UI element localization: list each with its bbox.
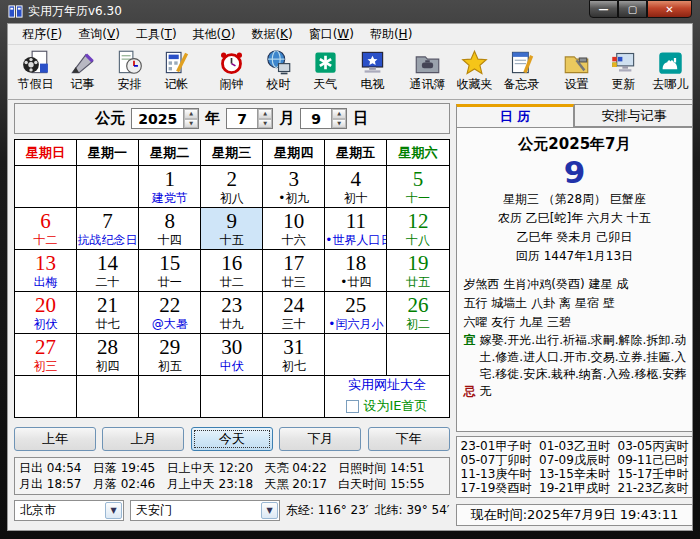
nav-button-上月[interactable]: 上月 [102, 427, 184, 451]
year-up-button[interactable]: ▲ [184, 109, 198, 119]
calendar-day-cell[interactable] [325, 334, 387, 376]
year-suffix-label: 年 [205, 109, 220, 128]
month-down-button[interactable]: ▼ [258, 119, 272, 129]
title-bar[interactable]: 实用万年历v6.30 — ▢ ✕ [0, 0, 700, 23]
calendar-day-cell[interactable]: 6十二 [15, 208, 77, 250]
calendar-day-cell[interactable]: 9十五 [201, 208, 263, 250]
day-spinner[interactable]: 9 ▲▼ [300, 108, 347, 129]
year-down-button[interactable]: ▼ [184, 119, 198, 129]
city-select[interactable]: 北京市 ▼ [14, 500, 124, 521]
menu-item[interactable]: 数据(K) [243, 24, 300, 45]
tab-calendar[interactable]: 日 历 [456, 104, 575, 127]
calendar-day-cell[interactable] [15, 166, 77, 208]
toolbar-button-label: 校时 [267, 76, 291, 92]
calendar-day-cell[interactable]: 17廿三 [263, 250, 325, 292]
menu-item[interactable]: 查询(V) [70, 24, 128, 45]
weekday-header: 星期一 [77, 140, 139, 166]
calendar-day-cell[interactable]: 23廿九 [201, 292, 263, 334]
calendar-day-cell[interactable]: 2初八 [201, 166, 263, 208]
calendar-day-cell[interactable]: 19廿五 [387, 250, 449, 292]
calendar-day-cell[interactable]: 4初十 [325, 166, 387, 208]
month-value[interactable]: 7 [227, 109, 257, 128]
toolbar-button-weather[interactable]: 天气 [302, 47, 349, 97]
chevron-down-icon[interactable]: ▼ [105, 502, 122, 519]
toolbar-button-notes[interactable]: 记事 [59, 47, 106, 97]
toolbar-button-time-sync[interactable]: 校时 [255, 47, 302, 97]
menu-bar: 程序(F)查询(V)工具(T)其他(O)数据(K)窗口(W)帮助(H) [8, 24, 692, 45]
calendar-day-cell[interactable]: 18•廿四 [325, 250, 387, 292]
menu-item[interactable]: 其他(O) [185, 24, 244, 45]
toolbar-button-accounting[interactable]: 记帐 [153, 47, 200, 97]
toolbar-button-travel[interactable]: 去哪儿 [647, 47, 694, 97]
calendar-day-cell[interactable]: 8十四 [139, 208, 201, 250]
calendar-day-cell[interactable]: 31初七 [263, 334, 325, 376]
toolbar-button-favorites[interactable]: 收藏夹 [451, 47, 498, 97]
maximize-button[interactable]: ▢ [618, 0, 647, 18]
day-down-button[interactable]: ▼ [332, 119, 346, 129]
toolbar-button-memo[interactable]: 备忘录 [498, 47, 545, 97]
calendar-day-cell[interactable]: 15廿一 [139, 250, 201, 292]
toolbar-button-contacts[interactable]: 通讯簿 [404, 47, 451, 97]
set-ie-homepage[interactable]: 设为IE首页 [346, 397, 427, 415]
month-spinner[interactable]: 7 ▲▼ [226, 108, 273, 129]
day-number: 3 [263, 168, 324, 191]
calendar-day-cell[interactable]: 7抗战纪念日 [77, 208, 139, 250]
current-time-box: 现在时间:2025年7月9日 19:43:11 [456, 504, 694, 526]
day-up-button[interactable]: ▲ [332, 109, 346, 119]
calendar-day-cell[interactable]: 20初伏 [15, 292, 77, 334]
toolbar-button-tv[interactable]: 电视 [349, 47, 396, 97]
avoid-label: 忌 [464, 383, 480, 400]
close-button[interactable]: ✕ [647, 0, 692, 18]
menu-item[interactable]: 帮助(H) [362, 24, 420, 45]
toolbar-button-label: 记事 [71, 76, 95, 92]
nav-button-今天[interactable]: 今天 [191, 427, 273, 451]
calendar-day-cell[interactable]: 24三十 [263, 292, 325, 334]
calendar-day-cell[interactable]: 3•初九 [263, 166, 325, 208]
calendar-day-cell[interactable]: 13出梅 [15, 250, 77, 292]
nav-button-上年[interactable]: 上年 [14, 427, 96, 451]
calendar-day-cell[interactable]: 28初四 [77, 334, 139, 376]
chevron-down-icon[interactable]: ▼ [261, 502, 278, 519]
calendar-day-cell[interactable] [387, 334, 449, 376]
calendar-day-cell[interactable] [77, 166, 139, 208]
place-select[interactable]: 天安门 ▼ [130, 500, 280, 521]
month-up-button[interactable]: ▲ [258, 109, 272, 119]
toolbar-button-schedule[interactable]: 安排 [106, 47, 153, 97]
calendar-day-cell[interactable]: 5十一 [387, 166, 449, 208]
toolbar-button-holiday[interactable]: 节假日 [12, 47, 59, 97]
calendar-day-cell[interactable]: 26初二 [387, 292, 449, 334]
detail-line: 回历 1447年1月13日 [457, 247, 693, 266]
minimize-button[interactable]: — [589, 0, 618, 18]
calendar-day-cell[interactable]: 1建党节 [139, 166, 201, 208]
calendar-day-cell[interactable]: 11•世界人口日 [325, 208, 387, 250]
useful-websites-link[interactable]: 实用网址大全 [325, 376, 448, 394]
calendar-day-cell[interactable]: 25•闰六月小 [325, 292, 387, 334]
nav-button-下月[interactable]: 下月 [279, 427, 361, 451]
weather-icon [312, 49, 339, 76]
calendar-day-cell[interactable]: 30中伏 [201, 334, 263, 376]
toolbar-button-settings[interactable]: 设置 [553, 47, 600, 97]
day-subtext: 出梅 [15, 275, 76, 290]
calendar-day-cell[interactable]: 16廿二 [201, 250, 263, 292]
calendar-day-cell[interactable]: 12十八 [387, 208, 449, 250]
toolbar-button-alarm[interactable]: 闹钟 [208, 47, 255, 97]
menu-item[interactable]: 工具(T) [128, 24, 185, 45]
calendar-day-cell[interactable]: 27初三 [15, 334, 77, 376]
year-value[interactable]: 2025 [132, 109, 183, 128]
day-number: 21 [77, 294, 138, 317]
year-spinner[interactable]: 2025 ▲▼ [131, 108, 199, 129]
day-subtext: 初五 [139, 359, 200, 374]
calendar-day-cell[interactable]: 22@大暑 [139, 292, 201, 334]
calendar-day-cell[interactable]: 10十六 [263, 208, 325, 250]
nav-button-下年[interactable]: 下年 [368, 427, 450, 451]
calendar-empty-cell [263, 376, 325, 418]
calendar-day-cell[interactable]: 29初五 [139, 334, 201, 376]
calendar-day-cell[interactable]: 14二十 [77, 250, 139, 292]
toolbar-button-update[interactable]: 更新 [600, 47, 647, 97]
tab-schedule-notes[interactable]: 安排与记事 [574, 104, 693, 127]
day-value[interactable]: 9 [301, 109, 331, 128]
ie-homepage-checkbox[interactable] [346, 400, 359, 413]
menu-item[interactable]: 程序(F) [14, 24, 70, 45]
calendar-day-cell[interactable]: 21廿七 [77, 292, 139, 334]
menu-item[interactable]: 窗口(W) [301, 24, 362, 45]
